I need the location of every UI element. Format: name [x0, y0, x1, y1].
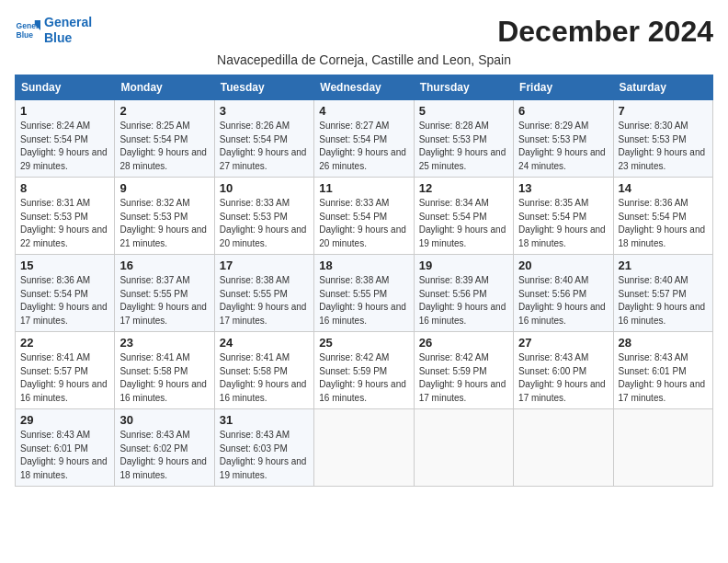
day-number: 21 — [619, 259, 708, 272]
day-number: 5 — [419, 104, 508, 118]
calendar-cell: 1Sunrise: 8:24 AMSunset: 5:54 PMDaylight… — [16, 100, 115, 178]
calendar-cell: 2Sunrise: 8:25 AMSunset: 5:54 PMDaylight… — [115, 100, 214, 178]
day-detail: Sunrise: 8:40 AMSunset: 5:57 PMDaylight:… — [619, 275, 706, 326]
logo: General Blue General Blue — [15, 15, 92, 46]
calendar-header-row: SundayMondayTuesdayWednesdayThursdayFrid… — [16, 75, 713, 100]
day-number: 29 — [20, 413, 109, 427]
day-detail: Sunrise: 8:32 AMSunset: 5:53 PMDaylight:… — [119, 198, 207, 248]
day-number: 20 — [518, 259, 608, 272]
calendar-week-3: 15Sunrise: 8:36 AMSunset: 5:54 PMDayligh… — [16, 255, 713, 332]
day-detail: Sunrise: 8:36 AMSunset: 5:54 PMDaylight:… — [20, 275, 108, 326]
day-number: 3 — [220, 104, 309, 118]
calendar-cell: 25Sunrise: 8:42 AMSunset: 5:59 PMDayligh… — [314, 332, 414, 409]
day-number: 27 — [518, 336, 608, 350]
calendar-cell: 30Sunrise: 8:43 AMSunset: 6:02 PMDayligh… — [115, 409, 214, 487]
calendar-table: SundayMondayTuesdayWednesdayThursdayFrid… — [15, 75, 713, 487]
calendar-week-1: 1Sunrise: 8:24 AMSunset: 5:54 PMDaylight… — [16, 100, 713, 178]
day-detail: Sunrise: 8:43 AMSunset: 6:00 PMDaylight:… — [518, 352, 606, 403]
day-detail: Sunrise: 8:42 AMSunset: 5:59 PMDaylight:… — [319, 352, 406, 403]
calendar-cell: 15Sunrise: 8:36 AMSunset: 5:54 PMDayligh… — [16, 255, 115, 332]
day-number: 26 — [419, 336, 508, 350]
calendar-cell: 17Sunrise: 8:38 AMSunset: 5:55 PMDayligh… — [214, 255, 313, 332]
calendar-cell: 26Sunrise: 8:42 AMSunset: 5:59 PMDayligh… — [414, 332, 513, 409]
day-number: 24 — [220, 336, 309, 350]
calendar-cell: 19Sunrise: 8:39 AMSunset: 5:56 PMDayligh… — [414, 255, 513, 332]
calendar-cell: 16Sunrise: 8:37 AMSunset: 5:55 PMDayligh… — [115, 255, 214, 332]
day-detail: Sunrise: 8:40 AMSunset: 5:56 PMDaylight:… — [518, 275, 606, 326]
calendar-cell: 24Sunrise: 8:41 AMSunset: 5:58 PMDayligh… — [214, 332, 313, 409]
day-detail: Sunrise: 8:31 AMSunset: 5:53 PMDaylight:… — [20, 198, 108, 248]
calendar-cell: 27Sunrise: 8:43 AMSunset: 6:00 PMDayligh… — [514, 332, 613, 409]
day-number: 18 — [319, 259, 408, 272]
day-detail: Sunrise: 8:34 AMSunset: 5:54 PMDaylight:… — [419, 198, 506, 248]
day-number: 16 — [119, 259, 209, 272]
day-detail: Sunrise: 8:29 AMSunset: 5:53 PMDaylight:… — [518, 121, 606, 171]
calendar-cell: 28Sunrise: 8:43 AMSunset: 6:01 PMDayligh… — [613, 332, 712, 409]
day-number: 19 — [419, 259, 508, 272]
day-number: 15 — [20, 259, 109, 272]
calendar-cell — [414, 409, 513, 487]
calendar-cell — [514, 409, 613, 487]
day-detail: Sunrise: 8:42 AMSunset: 5:59 PMDaylight:… — [419, 352, 506, 403]
day-number: 13 — [518, 181, 608, 195]
calendar-cell: 13Sunrise: 8:35 AMSunset: 5:54 PMDayligh… — [514, 178, 613, 255]
calendar-cell — [613, 409, 712, 487]
day-detail: Sunrise: 8:33 AMSunset: 5:53 PMDaylight:… — [220, 198, 307, 248]
day-number: 10 — [220, 181, 309, 195]
calendar-cell: 14Sunrise: 8:36 AMSunset: 5:54 PMDayligh… — [613, 178, 712, 255]
calendar-cell: 7Sunrise: 8:30 AMSunset: 5:53 PMDaylight… — [613, 100, 712, 178]
day-detail: Sunrise: 8:26 AMSunset: 5:54 PMDaylight:… — [220, 121, 307, 171]
logo-text-blue: Blue — [44, 30, 92, 46]
day-number: 6 — [518, 104, 608, 118]
day-number: 7 — [619, 104, 708, 118]
day-detail: Sunrise: 8:33 AMSunset: 5:54 PMDaylight:… — [319, 198, 406, 248]
day-detail: Sunrise: 8:41 AMSunset: 5:58 PMDaylight:… — [220, 352, 307, 403]
day-number: 30 — [119, 413, 209, 427]
calendar-cell — [314, 409, 414, 487]
day-number: 4 — [319, 104, 408, 118]
calendar-cell: 22Sunrise: 8:41 AMSunset: 5:57 PMDayligh… — [16, 332, 115, 409]
day-number: 17 — [220, 259, 309, 272]
calendar-cell: 20Sunrise: 8:40 AMSunset: 5:56 PMDayligh… — [514, 255, 613, 332]
col-header-sunday: Sunday — [16, 75, 115, 100]
day-number: 22 — [20, 336, 109, 350]
day-detail: Sunrise: 8:27 AMSunset: 5:54 PMDaylight:… — [319, 121, 406, 171]
day-number: 8 — [20, 181, 109, 195]
col-header-monday: Monday — [115, 75, 214, 100]
logo-icon: General Blue — [15, 17, 40, 43]
day-detail: Sunrise: 8:43 AMSunset: 6:03 PMDaylight:… — [220, 430, 307, 480]
day-number: 12 — [419, 181, 508, 195]
day-number: 28 — [619, 336, 708, 350]
svg-text:Blue: Blue — [17, 30, 34, 40]
day-detail: Sunrise: 8:35 AMSunset: 5:54 PMDaylight:… — [518, 198, 606, 248]
calendar-cell: 11Sunrise: 8:33 AMSunset: 5:54 PMDayligh… — [314, 178, 414, 255]
location-subtitle: Navacepedilla de Corneja, Castille and L… — [15, 52, 713, 67]
day-number: 2 — [119, 104, 209, 118]
logo-text-general: General — [44, 15, 92, 30]
day-detail: Sunrise: 8:41 AMSunset: 5:57 PMDaylight:… — [20, 352, 108, 403]
page-header: General Blue General Blue December 2024 — [15, 15, 713, 49]
day-detail: Sunrise: 8:24 AMSunset: 5:54 PMDaylight:… — [20, 121, 108, 171]
calendar-cell: 5Sunrise: 8:28 AMSunset: 5:53 PMDaylight… — [414, 100, 513, 178]
day-detail: Sunrise: 8:39 AMSunset: 5:56 PMDaylight:… — [419, 275, 506, 326]
day-detail: Sunrise: 8:37 AMSunset: 5:55 PMDaylight:… — [119, 275, 207, 326]
day-detail: Sunrise: 8:30 AMSunset: 5:53 PMDaylight:… — [619, 121, 706, 171]
day-detail: Sunrise: 8:36 AMSunset: 5:54 PMDaylight:… — [619, 198, 706, 248]
day-number: 11 — [319, 181, 408, 195]
calendar-cell: 12Sunrise: 8:34 AMSunset: 5:54 PMDayligh… — [414, 178, 513, 255]
day-number: 14 — [619, 181, 708, 195]
calendar-cell: 29Sunrise: 8:43 AMSunset: 6:01 PMDayligh… — [16, 409, 115, 487]
day-number: 25 — [319, 336, 408, 350]
day-detail: Sunrise: 8:43 AMSunset: 6:01 PMDaylight:… — [619, 352, 706, 403]
col-header-friday: Friday — [514, 75, 613, 100]
col-header-tuesday: Tuesday — [214, 75, 313, 100]
col-header-wednesday: Wednesday — [314, 75, 414, 100]
day-detail: Sunrise: 8:38 AMSunset: 5:55 PMDaylight:… — [319, 275, 406, 326]
calendar-cell: 8Sunrise: 8:31 AMSunset: 5:53 PMDaylight… — [16, 178, 115, 255]
calendar-cell: 4Sunrise: 8:27 AMSunset: 5:54 PMDaylight… — [314, 100, 414, 178]
calendar-week-2: 8Sunrise: 8:31 AMSunset: 5:53 PMDaylight… — [16, 178, 713, 255]
col-header-saturday: Saturday — [613, 75, 712, 100]
day-detail: Sunrise: 8:43 AMSunset: 6:02 PMDaylight:… — [119, 430, 207, 480]
calendar-cell: 23Sunrise: 8:41 AMSunset: 5:58 PMDayligh… — [115, 332, 214, 409]
calendar-cell: 3Sunrise: 8:26 AMSunset: 5:54 PMDaylight… — [214, 100, 313, 178]
